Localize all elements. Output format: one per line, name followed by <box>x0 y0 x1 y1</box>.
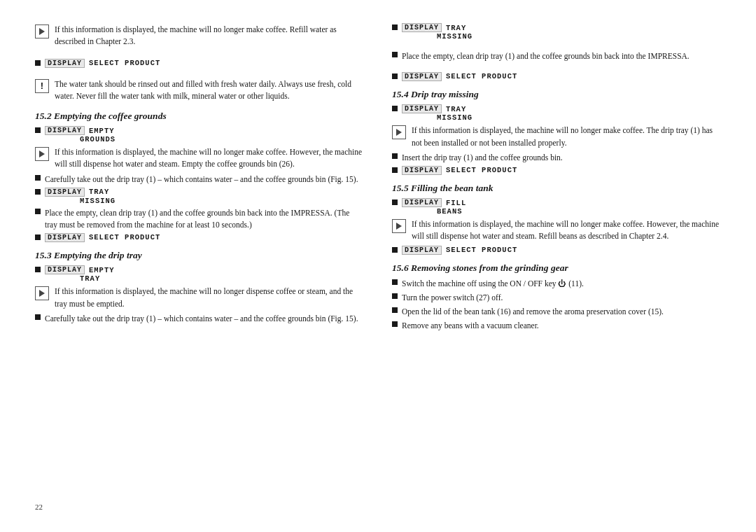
content-columns: If this information is displayed, the ma… <box>35 21 721 511</box>
arrow-icon-3 <box>35 286 49 300</box>
bullet-sq-r11 <box>392 307 398 313</box>
section-15-3-title: 15.3 Emptying the drip tray <box>35 250 364 261</box>
select-product-r1: SELECT PRODUCT <box>446 72 517 80</box>
page-number: 22 <box>35 503 43 511</box>
arrow-icon-r2 <box>392 219 406 233</box>
display-tray-missing-right-top: DISPLAY TRAY MISSING <box>392 23 721 41</box>
section-15-6-bullet4-text: Remove any beans with a vacuum cleaner. <box>402 320 721 332</box>
bullet-sq-r1 <box>392 24 398 30</box>
bullet-sq-5 <box>35 209 41 214</box>
display-kw-empty: DISPLAY <box>45 126 85 135</box>
section-15-3: 15.3 Emptying the drip tray DISPLAY EMPT… <box>35 250 364 327</box>
bullet-sq-r10 <box>392 293 398 299</box>
bullet-sq-r6 <box>392 167 398 173</box>
section-15-4-info-text: If this information is displayed, the ma… <box>412 125 721 149</box>
section-15-6: 15.6 Removing stones from the grinding g… <box>392 262 721 335</box>
section-15-5-title: 15.5 Filling the bean tank <box>392 183 721 194</box>
display-kw-tray: DISPLAY <box>45 188 85 197</box>
section-15-4-info: If this information is displayed, the ma… <box>392 125 721 149</box>
right-bullet1-text: Place the empty, clean drip tray (1) and… <box>402 50 721 62</box>
right-bullet1: Place the empty, clean drip tray (1) and… <box>392 50 721 62</box>
display-kw-r-sp2: DISPLAY <box>402 166 442 175</box>
section-15-2-title: 15.2 Emptying the coffee grounds <box>35 111 364 122</box>
tray-15-4-word2: MISSING <box>402 113 472 122</box>
section-15-6-bullet2-text: Turn the power switch (27) off. <box>402 292 721 304</box>
section-15-3-bullet1: Carefully take out the drip tray (1) – w… <box>35 313 364 325</box>
fill-beans-line: DISPLAY FILL <box>402 198 466 207</box>
section-15-4-bullet1: Insert the drip tray (1) and the coffee … <box>392 152 721 164</box>
display-empty-grounds: DISPLAY EMPTY GROUNDS <box>35 126 364 144</box>
bullet-sq-r2 <box>392 52 398 57</box>
fill-beans-block: DISPLAY FILL BEANS <box>402 198 466 216</box>
bullet-sq-r3 <box>392 74 398 79</box>
display-fill-beans: DISPLAY FILL BEANS <box>392 198 721 216</box>
tray-right-word2: MISSING <box>402 32 472 41</box>
empty-tray-block: DISPLAY EMPTY TRAY <box>45 265 115 283</box>
display-select-product-2: DISPLAY SELECT PRODUCT <box>35 233 364 242</box>
page: If this information is displayed, the ma… <box>0 0 756 532</box>
empty-grounds-block: DISPLAY EMPTY GROUNDS <box>45 126 115 144</box>
select-product-2: SELECT PRODUCT <box>89 233 160 241</box>
warning-text: The water tank should be rinsed out and … <box>55 78 364 103</box>
bullet-sq-r12 <box>392 321 398 327</box>
section-15-3-bullet1-text: Carefully take out the drip tray (1) – w… <box>45 313 364 325</box>
exclaim-icon: ! <box>35 79 49 93</box>
select-product-15-5: SELECT PRODUCT <box>446 246 517 254</box>
display-kw-r-sp3: DISPLAY <box>402 246 442 255</box>
section-15-6-bullet1-text: Switch the machine off using the ON / OF… <box>402 278 721 290</box>
right-column: DISPLAY TRAY MISSING Place the empty, cl… <box>392 21 721 511</box>
bullet-square-1 <box>35 60 41 66</box>
arrow-icon <box>35 24 49 38</box>
display-select-product-15-5: DISPLAY SELECT PRODUCT <box>392 246 721 255</box>
arrow-right-2 <box>39 150 45 158</box>
top-info-block: If this information is displayed, the ma… <box>35 24 364 48</box>
bullet-sq-8 <box>35 314 41 320</box>
bullet2-text: Place the empty, clean drip tray (1) and… <box>45 207 364 232</box>
arrow-icon-r1 <box>392 125 406 139</box>
display-kw-fill: DISPLAY <box>402 198 442 207</box>
section-15-6-bullet3: Open the lid of the bean tank (16) and r… <box>392 306 721 318</box>
bullet-sq-2 <box>35 127 41 133</box>
empty-tray-word2: TRAY <box>45 274 115 283</box>
bullet-sq-r4 <box>392 106 398 111</box>
beans-word: BEANS <box>402 207 466 216</box>
arrow-icon-2 <box>35 147 49 161</box>
section-15-4: 15.4 Drip tray missing DISPLAY TRAY MISS… <box>392 89 721 177</box>
arrow-right-r2 <box>396 223 402 230</box>
tray-word: TRAY <box>89 188 109 196</box>
select-product-15-4: SELECT PRODUCT <box>446 166 517 174</box>
warning-block: ! The water tank should be rinsed out an… <box>35 78 364 103</box>
section-15-2-bullet2: Place the empty, clean drip tray (1) and… <box>35 207 364 232</box>
arrow-right-3 <box>39 290 45 297</box>
section-15-6-bullet2: Turn the power switch (27) off. <box>392 292 721 304</box>
bullet-sq-r8 <box>392 247 398 253</box>
empty-tray-line1: DISPLAY EMPTY <box>45 265 115 274</box>
display-keyword-1: DISPLAY <box>45 59 85 68</box>
empty-word: EMPTY <box>89 127 115 135</box>
section-15-5: 15.5 Filling the bean tank DISPLAY FILL … <box>392 183 721 257</box>
bullet-sq-4 <box>35 189 41 195</box>
tray-missing-15-4-line: DISPLAY TRAY <box>402 104 472 113</box>
section-15-6-title: 15.6 Removing stones from the grinding g… <box>392 262 721 274</box>
tray-missing-15-4-block: DISPLAY TRAY MISSING <box>402 104 472 122</box>
empty-tray-word1: EMPTY <box>89 266 115 274</box>
display-empty-tray: DISPLAY EMPTY TRAY <box>35 265 364 283</box>
display-select-product-15-4: DISPLAY SELECT PRODUCT <box>392 166 721 175</box>
empty-grounds-line1: DISPLAY EMPTY <box>45 126 115 135</box>
top-info-text: If this information is displayed, the ma… <box>55 24 364 48</box>
section-15-2-info-text: If this information is displayed, the ma… <box>55 146 364 171</box>
bullet1-text: Carefully take out the drip tray (1) – w… <box>45 174 364 186</box>
display-select-product-r1: DISPLAY SELECT PRODUCT <box>392 72 721 81</box>
section-15-2-bullet1: Carefully take out the drip tray (1) – w… <box>35 174 364 186</box>
grounds-word: GROUNDS <box>45 135 115 144</box>
fill-word: FILL <box>446 199 466 207</box>
bullet-sq-r7 <box>392 200 398 205</box>
display-kw-r-sp1: DISPLAY <box>402 72 442 81</box>
tray-missing-right-block: DISPLAY TRAY MISSING <box>402 23 472 41</box>
section-15-2-info: If this information is displayed, the ma… <box>35 146 364 171</box>
section-15-2: 15.2 Emptying the coffee grounds DISPLAY… <box>35 111 364 244</box>
tray-right-word1: TRAY <box>446 24 466 32</box>
bullet-sq-6 <box>35 234 41 240</box>
arrow-right-r1 <box>396 129 402 136</box>
bullet-sq-7 <box>35 267 41 272</box>
